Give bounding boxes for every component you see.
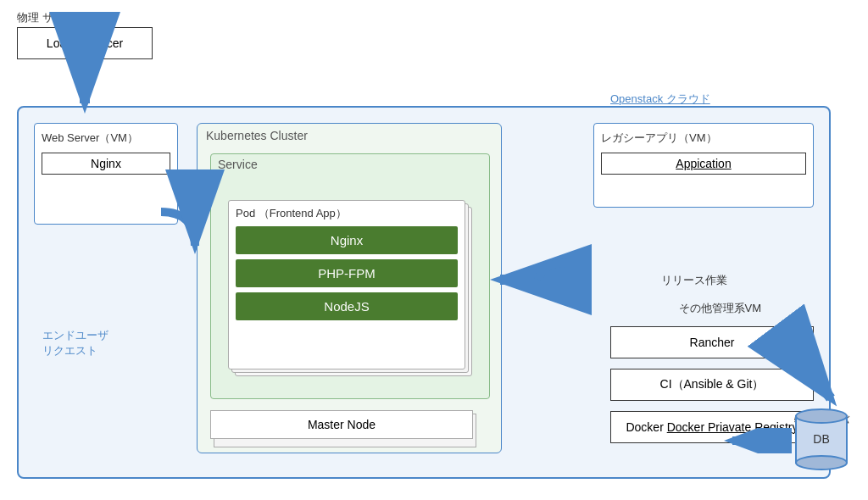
svg-point-7: [796, 456, 847, 469]
legacy-vm-label: レガシーアプリ（VM）: [601, 131, 806, 146]
nodejs-pod-box: NodeJS: [236, 292, 458, 320]
pod-card-front: Pod （Frontend App） Nginx PHP-FPM NodeJS: [228, 200, 465, 369]
phys-server-top-label: 物理 サーバ: [17, 10, 75, 25]
release-work-label: リリース作業: [661, 273, 727, 288]
phpfpm-pod-box: PHP-FPM: [236, 259, 458, 287]
webserver-vm-box: Web Server（VM） Nginx: [34, 123, 178, 225]
legacy-vm-box: レガシーアプリ（VM） Appication: [593, 123, 814, 208]
db-cylinder-svg: DB: [792, 403, 851, 471]
db-container: DB: [792, 403, 851, 475]
master-node-box: Master Node: [210, 410, 473, 439]
master-node-area: Master Node: [210, 410, 490, 439]
diagram: 物理 サーバ Load Balancer Openstack クラウド Web …: [0, 0, 868, 500]
k8s-cluster-box: Kubernetes Cluster Service Pod （Frontend…: [197, 123, 502, 453]
openstack-cloud-border: Web Server（VM） Nginx エンドユーザ リクエスト Kubern…: [17, 106, 831, 479]
webserver-vm-label: Web Server（VM）: [42, 131, 170, 146]
openstack-cloud-label: Openstack クラウド: [610, 92, 710, 107]
nginx-pod-box: Nginx: [236, 226, 458, 254]
k8s-cluster-label: Kubernetes Cluster: [198, 124, 501, 142]
svg-point-6: [796, 409, 847, 423]
service-box: Service Pod （Frontend App） Nginx PHP-FPM…: [210, 153, 490, 399]
load-balancer-box: Load Balancer: [17, 27, 153, 59]
service-label: Service: [211, 154, 489, 175]
svg-text:DB: DB: [813, 432, 829, 446]
ci-box: CI（Ansible & Git）: [610, 369, 814, 401]
appication-box: Appication: [601, 153, 806, 175]
pod-title: Pod （Frontend App）: [236, 206, 458, 221]
arrow-to-db: [724, 428, 792, 453]
enduser-request-label: エンドユーザ リクエスト: [42, 328, 108, 358]
nginx-webserver-box: Nginx: [42, 153, 170, 175]
pod-stack: Pod （Frontend App） Nginx PHP-FPM NodeJS: [228, 200, 465, 382]
rancher-box: Rancher: [610, 326, 814, 358]
mgmt-vm-label: その他管理系VM: [679, 301, 762, 316]
